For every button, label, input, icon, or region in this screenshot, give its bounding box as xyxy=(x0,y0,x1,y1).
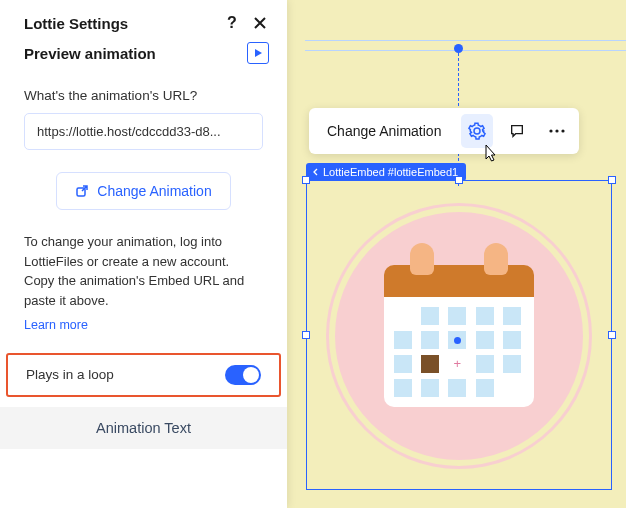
alignment-dot xyxy=(454,44,463,53)
help-text: To change your animation, log into Lotti… xyxy=(24,232,263,310)
pointer-cursor-icon xyxy=(480,143,500,170)
lottie-settings-panel: Lottie Settings ? Preview animation What… xyxy=(0,0,287,508)
help-icon[interactable]: ? xyxy=(223,14,241,32)
comment-button[interactable] xyxy=(501,115,533,147)
learn-more-link[interactable]: Learn more xyxy=(24,316,88,335)
resize-handle[interactable] xyxy=(608,176,616,184)
ruler-guide xyxy=(305,40,626,41)
preview-animation-label: Preview animation xyxy=(24,45,156,62)
external-link-icon xyxy=(75,184,89,198)
url-section: What's the animation's URL? xyxy=(0,70,287,150)
lottie-preview: + xyxy=(312,186,606,486)
gear-icon xyxy=(468,122,486,140)
resize-handle[interactable] xyxy=(608,331,616,339)
change-animation-wrap: Change Animation xyxy=(0,150,287,210)
svg-point-2 xyxy=(556,129,559,132)
panel-title: Lottie Settings xyxy=(24,15,128,32)
play-button[interactable] xyxy=(247,42,269,64)
header-icons: ? xyxy=(223,14,269,32)
change-animation-toolbar-button[interactable]: Change Animation xyxy=(315,115,453,147)
calendar-body: + xyxy=(384,297,534,407)
change-animation-label: Change Animation xyxy=(97,183,211,199)
calendar-icon: + xyxy=(384,265,534,407)
svg-point-1 xyxy=(550,129,553,132)
calendar-ring xyxy=(484,243,508,275)
resize-handle[interactable] xyxy=(302,331,310,339)
canvas-area: Change Animation LottieEmbed #lottieEmbe… xyxy=(287,0,626,508)
close-icon[interactable] xyxy=(251,14,269,32)
resize-handle[interactable] xyxy=(455,176,463,184)
speech-bubble-icon xyxy=(509,123,525,139)
more-icon xyxy=(549,129,565,133)
url-field-label: What's the animation's URL? xyxy=(24,88,263,103)
element-badge[interactable]: LottieEmbed #lottieEmbed1 xyxy=(306,163,466,181)
resize-handle[interactable] xyxy=(302,176,310,184)
chevron-left-icon xyxy=(312,168,320,176)
help-text-section: To change your animation, log into Lotti… xyxy=(0,210,287,335)
plays-in-loop-row: Plays in a loop xyxy=(6,353,281,397)
change-animation-button[interactable]: Change Animation xyxy=(56,172,230,210)
more-button[interactable] xyxy=(541,121,573,141)
panel-header: Lottie Settings ? xyxy=(0,0,287,32)
svg-point-3 xyxy=(562,129,565,132)
loop-toggle[interactable] xyxy=(225,365,261,385)
loop-label: Plays in a loop xyxy=(26,367,114,382)
calendar-header xyxy=(384,265,534,297)
badge-label: LottieEmbed #lottieEmbed1 xyxy=(323,166,458,178)
preview-row: Preview animation xyxy=(0,32,287,70)
element-toolbar: Change Animation xyxy=(309,108,579,154)
animation-text-tab[interactable]: Animation Text xyxy=(0,407,287,449)
calendar-ring xyxy=(410,243,434,275)
animation-url-input[interactable] xyxy=(24,113,263,150)
ruler-guide xyxy=(305,50,626,51)
preview-circle: + xyxy=(329,206,589,466)
